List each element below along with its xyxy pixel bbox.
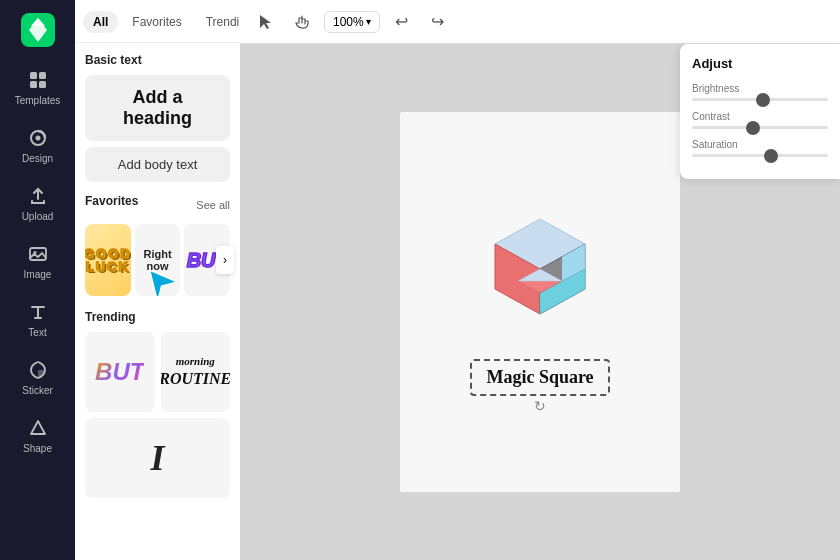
sidebar-item-upload[interactable]: Upload: [7, 176, 69, 230]
favorites-header: Favorites See all: [85, 194, 230, 216]
sidebar-item-shape[interactable]: Shape: [7, 408, 69, 462]
sidebar-item-design-label: Design: [22, 153, 53, 164]
zoom-dropdown-icon: ▾: [366, 16, 371, 27]
trend-item-but[interactable]: BUT: [85, 332, 155, 412]
canvas-toolbar: 100% ▾ ↩ ↪: [240, 0, 840, 44]
trend-item-extra[interactable]: I: [85, 418, 230, 498]
right-now-text: Right now: [135, 248, 181, 272]
see-all-link[interactable]: See all: [196, 199, 230, 211]
magic-square-label[interactable]: Magic Square: [470, 359, 609, 396]
tab-favorites[interactable]: Favorites: [122, 11, 191, 33]
text-icon: [26, 300, 50, 324]
sidebar-item-upload-label: Upload: [22, 211, 54, 222]
zoom-value: 100%: [333, 15, 364, 29]
upload-icon: [26, 184, 50, 208]
refresh-icon[interactable]: ↻: [534, 398, 546, 414]
svg-point-6: [35, 136, 40, 141]
templates-icon: [26, 68, 50, 92]
canvas-background: Magic Square ↻: [400, 112, 680, 492]
sidebar-item-text[interactable]: Text: [7, 292, 69, 346]
cube-image: [475, 209, 605, 339]
trending-grid: BUT morning ROUTINE: [85, 332, 230, 412]
saturation-label: Saturation: [692, 139, 828, 150]
app-logo: [20, 12, 56, 48]
fav-item-right-now[interactable]: Right now: [135, 224, 181, 296]
favorites-grid: GOOD LUCK Right now BUT ›: [85, 224, 230, 296]
svg-marker-9: [149, 270, 177, 296]
svg-rect-1: [30, 72, 37, 79]
saturation-slider[interactable]: [692, 154, 828, 157]
svg-rect-2: [39, 72, 46, 79]
contrast-label: Contrast: [692, 111, 828, 122]
pointer-tool-button[interactable]: [252, 8, 280, 36]
sidebar-item-sticker-label: Sticker: [22, 385, 53, 396]
sticker-icon: [26, 358, 50, 382]
cursor-arrow: [149, 270, 177, 296]
but-large-text: BUT: [95, 358, 144, 386]
tabs-row: All Favorites Trending ∨: [75, 0, 240, 43]
main-area: 100% ▾ ↩ ↪: [240, 0, 840, 560]
selected-text-container: Magic Square ↻: [470, 359, 609, 396]
trend-item-morning-routine[interactable]: morning ROUTINE: [161, 332, 231, 412]
sidebar-item-templates-label: Templates: [15, 95, 61, 106]
good-luck-text: GOOD LUCK: [85, 247, 131, 273]
text-panel: All Favorites Trending ∨ Basic text Add …: [75, 0, 240, 560]
image-icon: [26, 242, 50, 266]
brightness-slider[interactable]: [692, 98, 828, 101]
morning-routine-text: morning ROUTINE: [161, 354, 231, 389]
adjust-panel: Adjust Brightness Contrast Saturation: [680, 44, 840, 179]
sidebar-item-image-label: Image: [24, 269, 52, 280]
contrast-slider[interactable]: [692, 126, 828, 129]
shape-icon: [26, 416, 50, 440]
redo-button[interactable]: ↪: [424, 8, 452, 36]
trending-title: Trending: [85, 310, 230, 324]
sidebar-item-text-label: Text: [28, 327, 46, 338]
sidebar-item-sticker[interactable]: Sticker: [7, 350, 69, 404]
panel-content: Basic text Add a heading Add body text F…: [75, 43, 240, 553]
fav-item-good-luck[interactable]: GOOD LUCK: [85, 224, 131, 296]
sidebar-item-image[interactable]: Image: [7, 234, 69, 288]
zoom-selector[interactable]: 100% ▾: [324, 11, 380, 33]
tab-trending[interactable]: Trending: [196, 11, 240, 33]
sidebar: Templates Design Upload Im: [0, 0, 75, 560]
adjust-title: Adjust: [692, 56, 828, 71]
sidebar-item-design[interactable]: Design: [7, 118, 69, 172]
tab-all[interactable]: All: [83, 11, 118, 33]
svg-marker-10: [260, 15, 271, 29]
brightness-row: Brightness: [692, 83, 828, 101]
svg-rect-4: [39, 81, 46, 88]
svg-rect-3: [30, 81, 37, 88]
sidebar-item-shape-label: Shape: [23, 443, 52, 454]
sidebar-item-templates[interactable]: Templates: [7, 60, 69, 114]
basic-text-title: Basic text: [85, 53, 230, 67]
undo-button[interactable]: ↩: [388, 8, 416, 36]
add-body-button[interactable]: Add body text: [85, 147, 230, 182]
saturation-row: Saturation: [692, 139, 828, 157]
design-icon: [26, 126, 50, 150]
hand-tool-button[interactable]: [288, 8, 316, 36]
add-heading-button[interactable]: Add a heading: [85, 75, 230, 141]
favorites-title: Favorites: [85, 194, 138, 208]
contrast-row: Contrast: [692, 111, 828, 129]
fav-next-button[interactable]: ›: [216, 246, 234, 274]
